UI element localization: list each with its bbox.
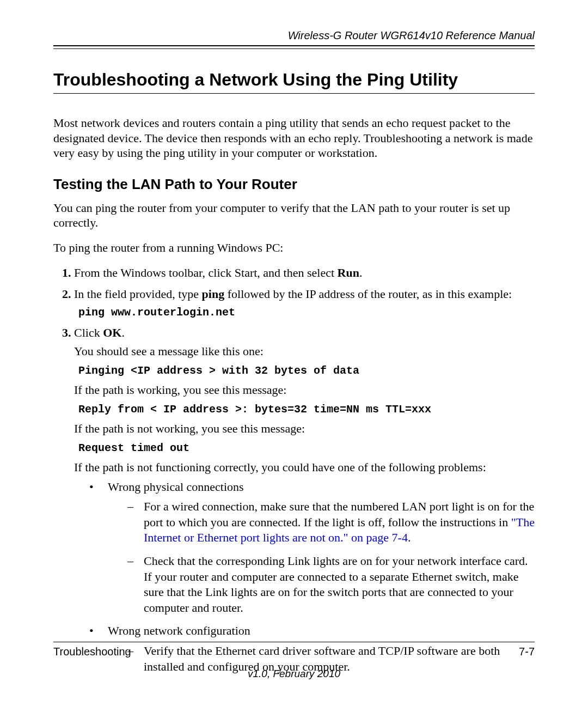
steps-lead-in: To ping the router from a running Window… [53,240,535,255]
step-2: In the field provided, type ping followe… [74,286,535,320]
code-timeout: Request timed out [78,441,535,456]
code-reply: Reply from < IP address >: bytes=32 time… [78,402,535,417]
physical-sub-1-pre: For a wired connection, make sure that t… [144,500,534,529]
physical-sublist: For a wired connection, make sure that t… [108,499,535,616]
path-working-text: If the path is working, you see this mes… [74,382,535,399]
step-2-text-post: followed by the IP address of the router… [224,287,512,301]
step-3: Click OK. You should see a message like … [74,325,535,675]
step-2-bold: ping [202,287,225,301]
step-1-text-post: . [359,266,363,279]
path-not-working-text: If the path is not working, you see this… [74,421,535,437]
footer-left: Troubleshooting [53,646,131,658]
step-3-text-pre: Click [74,326,103,339]
step-2-code: ping www.routerlogin.net [78,305,535,320]
code-pinging: Pinging <IP address > with 32 bytes of d… [78,363,535,379]
physical-sub-1-post: . [408,531,411,544]
bullet-physical: Wrong physical connections For a wired c… [89,479,535,616]
step-3-bold: OK [103,326,121,339]
problems-intro: If the path is not functioning correctly… [74,459,535,476]
intro-paragraph: Most network devices and routers contain… [53,115,535,161]
page-footer: Troubleshooting 7-7 v1.0, February 2010 [53,642,535,680]
physical-sub-1: For a wired connection, make sure that t… [127,499,535,546]
header-rule [53,45,535,49]
footer-page-number: 7-7 [519,646,535,658]
section-rule [53,93,535,94]
running-header: Wireless-G Router WGR614v10 Reference Ma… [53,29,535,42]
step-3-follow-up: You should see a message like this one: … [74,343,535,476]
section-heading: Troubleshooting a Network Using the Ping… [53,70,535,90]
footer-row: Troubleshooting 7-7 [53,646,535,658]
step-1: From the Windows toolbar, click Start, a… [74,265,535,282]
step-1-bold: Run [338,266,359,279]
steps-list: From the Windows toolbar, click Start, a… [53,265,535,674]
bullet-network-config-label: Wrong network configuration [108,624,250,637]
footer-rule [53,642,535,642]
subsection-intro: You can ping the router from your comput… [53,200,535,230]
physical-sub-2: Check that the corresponding Link lights… [127,553,535,616]
step-1-text-pre: From the Windows toolbar, click Start, a… [74,266,338,279]
footer-version: v1.0, February 2010 [53,668,535,680]
subsection-heading: Testing the LAN Path to Your Router [53,176,535,193]
bullet-physical-label: Wrong physical connections [108,480,244,494]
document-page: Wireless-G Router WGR614v10 Reference Ma… [0,0,588,706]
step-3-text-post: . [121,326,125,339]
step-2-text-pre: In the field provided, type [74,287,202,301]
msg-intro: You should see a message like this one: [74,343,535,360]
